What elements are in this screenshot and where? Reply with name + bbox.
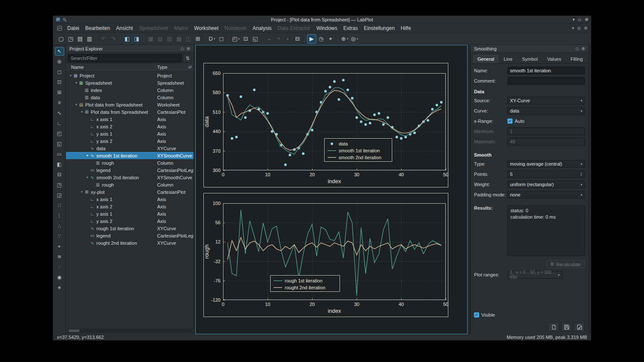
tree-row[interactable]: ∟y axis 2Axis [66,217,194,225]
new-datapicker-button[interactable]: D▾ [207,34,217,44]
menu-ansicht[interactable]: Ansicht [113,24,136,32]
plot-container-rough[interactable]: 01020304050-120-76-321256100indexroughro… [203,193,448,317]
tree-row[interactable]: ▾⊞Plot data from SpreadsheetCartesianPlo… [66,108,194,116]
star-tool[interactable]: ∗ [55,283,64,292]
curve-tool[interactable]: ∿ [55,109,64,117]
tree-header[interactable]: Name Type ⇄ [66,64,194,71]
distribute-tool[interactable]: ∴ [55,222,64,230]
smooth-tool[interactable]: ≋ [55,252,64,261]
menu-hilfe[interactable]: Hilfe [398,24,414,32]
tree-row[interactable]: ▥dataColumn [66,94,194,101]
break-layout-tool[interactable]: ◲ [55,191,64,199]
vertical-layout-tool[interactable]: ◧ [55,160,64,169]
explorer-hscrollbar[interactable] [68,329,192,333]
toggle-properties-button[interactable]: ◨ [132,34,141,44]
save-as-template-button[interactable] [574,322,585,332]
tree-row[interactable]: ▾▤Plot data from SpreadsheetWorksheet [66,101,194,108]
tree-row[interactable]: ▥roughColumn [66,159,194,166]
print-preview-button[interactable]: ▥ [85,34,94,44]
image-tool[interactable]: ▭ [55,150,64,158]
tree-row[interactable]: ∟y axis 1Axis [66,130,194,137]
weight-select[interactable]: uniform (rectangular) ▾ [507,181,585,188]
align-tool[interactable]: ∷ [55,201,64,210]
tab-values[interactable]: Values [543,55,566,63]
expander-icon[interactable]: ▾ [69,74,73,77]
add-plot-tool[interactable]: ◰ [55,129,64,138]
header-menu-icon[interactable]: ⇄ [188,65,192,69]
spin-down-icon[interactable]: ▼ [580,174,582,176]
tab-line[interactable]: Line [499,55,517,63]
menu-extras[interactable]: Extras [340,24,361,32]
expander-icon[interactable]: ▾ [80,190,84,194]
window-shade-button[interactable]: ▾ [572,17,575,22]
menu-config-icon[interactable]: ◎ [577,26,581,30]
crosshair-tool[interactable]: ⊕ [55,57,64,66]
arrange-tool[interactable]: ∵ [55,232,64,240]
menu-worksheet[interactable]: Worksheet [191,24,221,32]
pin-icon[interactable] [63,18,67,22]
open-project-button[interactable]: ◳ [66,34,75,44]
menu-analysis[interactable]: Analysis [250,24,275,32]
menu-collapse-icon[interactable]: ▾ [572,26,574,30]
name-input[interactable]: smooth 1st iteration [507,67,585,74]
tree-row[interactable]: ▥roughColumn [66,181,194,188]
plot-data-smooth[interactable]: 01020304050300370440510580650indexdatada… [203,63,448,187]
clock-button[interactable]: ◷ [316,34,326,44]
axis-tool[interactable]: ∟ [55,119,64,128]
menu-bearbeiten[interactable]: Bearbeiten [82,24,113,32]
grid-layout-tool[interactable]: ◳ [55,181,64,189]
plot-rough[interactable]: 01020304050-120-76-321256100indexroughro… [203,193,448,317]
tab-symbol[interactable]: Symbol [518,55,542,63]
menu-close-icon[interactable]: ⊗ [584,26,587,30]
tree-row[interactable]: ∟y axis 2Axis [66,137,194,145]
tree-row[interactable]: ▾∿smooth 2nd iterationXYSmoothCurve [66,174,194,181]
padding-mode-select[interactable]: none ▾ [507,191,585,199]
presenter-mode-button[interactable]: ⊟ [293,34,302,44]
expander-icon[interactable]: ▾ [74,81,78,85]
text-label-tool[interactable]: ≡ [55,98,64,107]
window-float-button[interactable]: ◇ [578,17,581,22]
toggle-project-explorer-button[interactable]: ◧ [122,34,132,44]
save-button[interactable] [561,322,572,332]
zoom-x-tool[interactable]: ⊡ [55,78,64,86]
tree-row[interactable]: ▭legendCartesianPlotLegend [66,166,194,174]
explorer-float-button[interactable]: ◇ [181,46,184,51]
load-template-button[interactable] [548,322,559,332]
new-spreadsheet-button[interactable]: ⊞ [193,34,203,44]
magnifier-button[interactable]: ◎▾ [349,34,359,44]
plot-container-data[interactable]: 01020304050300370440510580650indexdatada… [203,63,448,187]
tree-row[interactable]: ∿dataXYCurve [66,145,194,152]
tree-row[interactable]: ∟x axis 2Axis [66,123,194,130]
zoom-fit-button[interactable]: ⊡ [241,34,250,44]
layout-button[interactable]: ◱ [250,34,260,44]
visible-checkbox[interactable]: ✓ [474,312,479,317]
comment-input[interactable] [507,77,585,85]
column-header-type[interactable]: Type [157,65,167,70]
column-divider[interactable] [155,65,155,70]
select-tool[interactable]: ↖ [55,47,64,56]
tree-row[interactable]: ▥indexColumn [66,86,194,94]
menu-einstellungen[interactable]: Einstellungen [361,24,398,32]
expander-icon[interactable]: ▾ [74,103,78,107]
source-select[interactable]: XY-Curve ▾ [507,97,585,104]
menu-windows[interactable]: Windows [313,24,340,32]
tab-general[interactable]: General [473,55,498,63]
tree-row[interactable]: ∟x axis 1Axis [66,196,194,203]
new-notebook-button[interactable]: ◻ [217,34,226,44]
print-button[interactable]: ▤ [75,34,85,44]
zoom-select-button[interactable]: ⊕▾ [340,34,349,44]
curve-select[interactable]: data ▾ [507,107,585,115]
navigate-mode-button[interactable]: ▶ [307,34,316,44]
type-select[interactable]: moving average (central) ▾ [507,160,585,168]
filter-options-button[interactable]: ⇅ [183,54,192,62]
explorer-close-button[interactable]: ⊗ [187,46,190,51]
tree-row[interactable]: ▾∿smooth 1st iterationXYSmoothCurve [66,152,194,159]
expander-icon[interactable]: ▾ [85,175,89,179]
zoom-y-tool[interactable]: ⊞ [55,88,64,97]
point-tool[interactable]: ◉ [55,273,64,282]
tree-row[interactable]: ▾▦ProjectProject [66,72,194,79]
zoom-select-tool[interactable]: ◻ [55,68,64,76]
menu-datei[interactable]: Datei [64,24,82,32]
tree-row[interactable]: ∿rough 1st iterationXYCurve [66,225,194,232]
window-close-button[interactable]: ⊗ [585,17,588,22]
